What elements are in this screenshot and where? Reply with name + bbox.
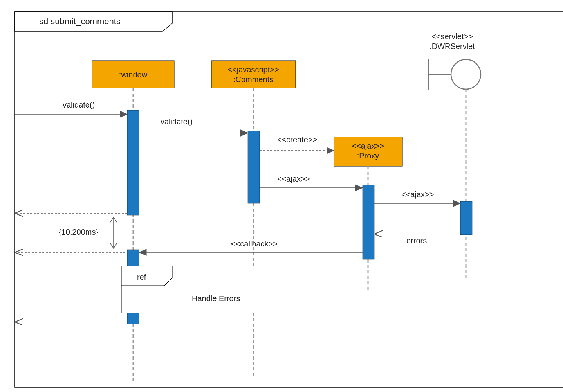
participant-servlet-stereotype: <<servlet>> — [431, 32, 473, 41]
msg-callback: <<callback>> — [231, 239, 278, 248]
participant-comments-label: :Comments — [233, 75, 273, 84]
participant-window-label: :window — [119, 70, 148, 79]
participant-comments-stereotype: <<javascript>> — [227, 65, 279, 74]
ref-tag-box — [121, 266, 172, 286]
activation-proxy — [363, 185, 374, 259]
participant-proxy-label: :Proxy — [357, 151, 379, 160]
duration-label: {10.200ms} — [59, 228, 99, 236]
activation-servlet — [460, 201, 472, 235]
msg-validate1: validate() — [63, 101, 95, 109]
msg-ajax2: <<ajax>> — [401, 190, 434, 199]
participant-servlet-label: :DWRServlet — [429, 42, 475, 50]
sequence-diagram: sd submit_comments :window <<javascript>… — [8, 8, 563, 392]
participant-comments — [211, 61, 296, 88]
participant-proxy-stereotype: <<ajax>> — [352, 142, 384, 150]
msg-create: <<create>> — [277, 135, 317, 144]
msg-ajax1: <<ajax>> — [277, 174, 310, 183]
control-icon — [451, 59, 481, 89]
msg-validate2: validate() — [161, 117, 193, 126]
activation-comments — [248, 131, 260, 203]
activation-window — [127, 110, 139, 215]
ref-tag: ref — [137, 273, 146, 281]
ref-label: Handle Errors — [192, 294, 240, 303]
msg-errors: errors — [406, 236, 427, 245]
frame-title: sd submit_comments — [39, 16, 121, 26]
